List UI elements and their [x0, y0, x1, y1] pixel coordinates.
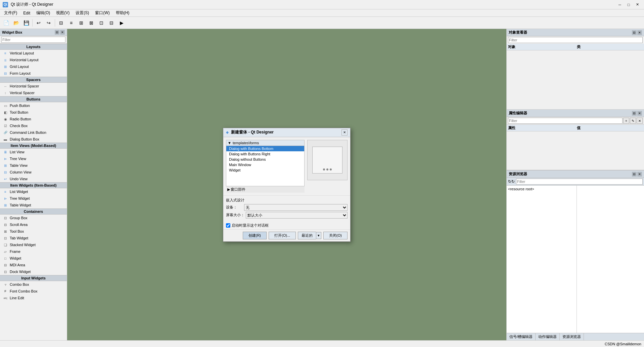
- template-item-0[interactable]: Dialog with Buttons Bottom: [226, 146, 304, 151]
- widget-item-tool-box[interactable]: Tool Box: [0, 228, 67, 235]
- widget-box-close-btn[interactable]: ✕: [60, 30, 65, 35]
- widget-item-undo-view[interactable]: Undo View: [0, 176, 67, 182]
- property-add-btn[interactable]: +: [623, 118, 629, 124]
- widget-item-table-view[interactable]: Table View: [0, 162, 67, 169]
- widget-item-scroll-area[interactable]: Scroll Area: [0, 221, 67, 228]
- tab-action-editor[interactable]: 动作编辑器: [536, 333, 560, 340]
- template-item-3[interactable]: Main Window: [226, 162, 304, 167]
- widget-item-h-spacer[interactable]: Horizontal Spacer: [0, 83, 67, 89]
- widget-box-filter-input[interactable]: [1, 37, 65, 43]
- widget-item-stacked-widget[interactable]: Stacked Widget: [0, 241, 67, 248]
- widget-box-float-btn[interactable]: ⊟: [55, 30, 59, 35]
- widget-item-v-spacer[interactable]: Vertical Spacer: [0, 89, 67, 96]
- create-button[interactable]: 创建(R): [243, 232, 267, 239]
- refresh-icon[interactable]: ↻: [508, 179, 515, 184]
- toolbar-adjust[interactable]: ⊟: [107, 18, 116, 28]
- close-button[interactable]: ✕: [633, 1, 641, 8]
- menu-file[interactable]: 文件(F): [1, 9, 20, 16]
- menu-settings[interactable]: 设置(S): [73, 9, 92, 16]
- startup-checkbox-label: 启动时显示这个对话框: [232, 223, 269, 228]
- cmd-link-icon: [3, 130, 8, 135]
- object-inspector-float-btn[interactable]: ⊟: [632, 30, 637, 35]
- toolbar-save[interactable]: 💾: [21, 18, 31, 28]
- widget-item-dock-widget[interactable]: Dock Widget: [0, 268, 67, 275]
- list-widget-icon: [3, 189, 8, 194]
- property-delete-btn[interactable]: ✕: [637, 118, 643, 124]
- property-editor-close-btn[interactable]: ✕: [637, 111, 642, 116]
- screen-size-select[interactable]: 默认大小: [246, 212, 348, 219]
- property-editor-float-btn[interactable]: ⊟: [632, 111, 637, 116]
- app-icon: Qt: [3, 2, 8, 7]
- widget-item-widget[interactable]: Widget: [0, 255, 67, 262]
- object-inspector-filter-bar: [507, 36, 644, 44]
- widget-item-tab-widget[interactable]: Tab Widget: [0, 235, 67, 241]
- open-button[interactable]: 打开(O)...: [269, 232, 296, 239]
- widget-item-mdi-area[interactable]: MDI Area: [0, 262, 67, 268]
- widget-item-form-layout[interactable]: Form Layout: [0, 70, 67, 77]
- widget-item-command-link[interactable]: Command Link Button: [0, 129, 67, 136]
- toolbar-new[interactable]: 📄: [1, 18, 11, 28]
- tab-signal-slot[interactable]: 信号/槽编辑器: [507, 333, 536, 340]
- widget-item-group-box[interactable]: Group Box: [0, 215, 67, 221]
- widget-item-grid-layout[interactable]: Grid Layout: [0, 63, 67, 70]
- widget-item-push-button[interactable]: Push Button: [0, 102, 67, 109]
- menu-window[interactable]: 窗口(W): [92, 9, 112, 16]
- widget-item-vertical-layout[interactable]: Vertical Layout: [0, 50, 67, 56]
- toolbar-layout-f[interactable]: ⊠: [87, 18, 96, 28]
- toolbar-layout-v[interactable]: ≡: [66, 18, 76, 28]
- widget-item-tool-button[interactable]: Tool Button: [0, 109, 67, 116]
- property-edit-btn[interactable]: ✎: [630, 118, 636, 124]
- toolbar-layout-h[interactable]: ⊟: [56, 18, 66, 28]
- close-dialog-button[interactable]: 关闭(O): [323, 232, 348, 239]
- object-inspector-close-btn[interactable]: ✕: [637, 30, 642, 35]
- widget-item-tree-view[interactable]: Tree View: [0, 155, 67, 162]
- widget-item-tree-widget[interactable]: Tree Widget: [0, 195, 67, 202]
- maximize-button[interactable]: □: [625, 1, 633, 8]
- menu-edit[interactable]: Edit: [20, 10, 33, 16]
- frame-icon: [3, 249, 8, 254]
- dialog-title-bar: ◈ 新建窗体 - Qt Designer ✕: [223, 128, 350, 137]
- design-canvas[interactable]: ◈ 新建窗体 - Qt Designer ✕ ▼ templates\forms: [67, 29, 506, 340]
- toolbar-btn2[interactable]: ↪: [44, 18, 53, 28]
- minimize-button[interactable]: ─: [616, 1, 624, 8]
- template-item-1[interactable]: Dialog with Buttons Right: [226, 151, 304, 157]
- object-inspector-filter-input[interactable]: [508, 37, 643, 43]
- recent-button[interactable]: 最近的: [298, 232, 316, 239]
- widget-item-font-combo-box[interactable]: Font Combo Box: [0, 288, 67, 295]
- menu-view[interactable]: 视图(V): [53, 9, 72, 16]
- template-item-2[interactable]: Dialog without Buttons: [226, 157, 304, 162]
- widget-item-line-edit[interactable]: Line Edit: [0, 295, 67, 301]
- widget-item-horizontal-layout[interactable]: Horizontal Layout: [0, 56, 67, 63]
- widget-item-combo-box[interactable]: Combo Box: [0, 281, 67, 288]
- undo-view-icon: [3, 176, 8, 182]
- resource-browser-filter-input[interactable]: [516, 179, 643, 185]
- widget-item-column-view[interactable]: Column View: [0, 169, 67, 176]
- widget-item-list-view[interactable]: List View: [0, 149, 67, 155]
- resource-right-pane: [577, 186, 644, 333]
- toolbar-layout-g[interactable]: ⊞: [77, 18, 86, 28]
- startup-checkbox[interactable]: [226, 223, 230, 228]
- device-row: 设备： 无: [226, 204, 348, 211]
- menu-help[interactable]: 帮助(H): [113, 9, 132, 16]
- menu-object[interactable]: 编辑(O): [34, 9, 53, 16]
- toolbar-preview[interactable]: ▶: [117, 18, 126, 28]
- widget-item-check-box[interactable]: Check Box: [0, 122, 67, 129]
- template-item-4[interactable]: Widget: [226, 167, 304, 173]
- property-editor-filter-input[interactable]: [508, 118, 623, 124]
- widget-item-frame[interactable]: Frame: [0, 248, 67, 255]
- resource-browser-toolbar: ↻: [507, 178, 644, 186]
- widget-item-list-widget[interactable]: List Widget: [0, 188, 67, 195]
- recent-dropdown-arrow[interactable]: ▾: [316, 232, 321, 239]
- widget-item-table-widget[interactable]: Table Widget: [0, 202, 67, 208]
- device-select[interactable]: 无: [244, 204, 348, 211]
- toolbar-open[interactable]: 📂: [11, 18, 21, 28]
- tree-header-label: templates\forms: [233, 141, 259, 145]
- widget-item-dialog-btn-box[interactable]: Dialog Button Box: [0, 136, 67, 143]
- toolbar-btn1[interactable]: ↩: [34, 18, 43, 28]
- resource-browser-close-btn[interactable]: ✕: [637, 172, 642, 177]
- tab-resource-browser[interactable]: 资源浏览器: [560, 333, 584, 340]
- resource-browser-float-btn[interactable]: ⊟: [632, 172, 637, 177]
- toolbar-layout-break[interactable]: ⊡: [97, 18, 106, 28]
- widget-item-radio-button[interactable]: Radio Button: [0, 116, 67, 122]
- dialog-close-button[interactable]: ✕: [341, 129, 348, 136]
